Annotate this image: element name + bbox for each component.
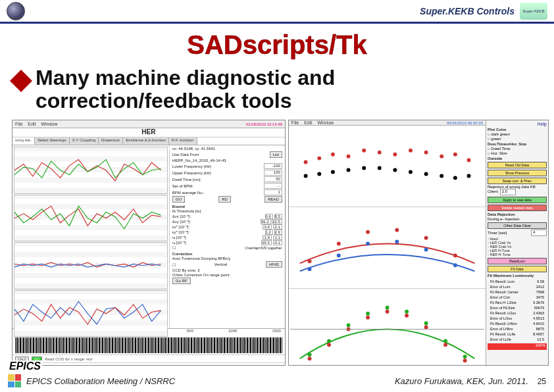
timestamp: 01/18/2010 10:13:48 xyxy=(246,122,282,126)
bullet-text: Many machine diagnostic and correction/f… xyxy=(36,66,541,112)
r1-a[interactable]: -1.9 xyxy=(263,235,272,240)
tab-xy[interactable]: X-Y Coupling xyxy=(70,137,99,145)
plot-color-title: Plot Color xyxy=(488,128,547,132)
color-opt-1[interactable]: green xyxy=(488,137,547,141)
other-clear-button[interactable]: Other Data Clear xyxy=(488,222,547,229)
readlum-button[interactable]: ReadLum xyxy=(488,258,547,264)
bpm-input[interactable]: ... xyxy=(264,183,282,189)
tab-nu[interactable]: νx/νy etc. xyxy=(13,137,35,145)
tab-rf[interactable]: R.F.-function xyxy=(169,137,197,145)
rd-button[interactable]: RD xyxy=(218,196,231,203)
control-panel: νx: 44.5198, νy: 41.5941 Use Data FromLi… xyxy=(169,145,285,328)
header-title: Super.KEKB Controls xyxy=(420,6,515,16)
fit-button[interactable]: Fit Data xyxy=(488,266,547,272)
go-button[interactable]: GO xyxy=(172,196,185,203)
swap-button[interactable]: Swap curr. & Prev. xyxy=(488,178,547,184)
svg-point-8 xyxy=(424,151,428,155)
svg-point-35 xyxy=(453,263,457,267)
nx-a[interactable]: 0.6 xyxy=(265,214,273,219)
svg-point-2 xyxy=(331,153,335,157)
plot-column xyxy=(13,145,169,328)
color-opt-0[interactable]: dark green xyxy=(488,132,547,136)
apply-button[interactable]: Apply to saw data xyxy=(488,197,547,203)
menubar-right: File Edit Window 05/24/2010 06:30:35 xyxy=(289,120,486,126)
outside-label: Outside xyxy=(488,157,547,160)
ey-b[interactable]: 2.9 xyxy=(274,230,282,235)
r1-label: r₁ [10⁻³]: xyxy=(172,235,187,239)
legend-item: HER H-Tune xyxy=(488,253,547,257)
plot-bot xyxy=(289,289,486,366)
plot-2 xyxy=(14,195,168,242)
uf-label: Upper Frequency [Hz]: xyxy=(172,171,212,175)
svg-point-25 xyxy=(337,242,341,246)
tab-emittance[interactable]: Emittance & β-function xyxy=(123,137,168,145)
rejection-input[interactable]: 2.0 xyxy=(500,189,516,195)
avg-input[interactable]: 1 xyxy=(264,189,282,195)
table-row: Error of HLSize50679 xyxy=(489,306,545,310)
dt-label: Dwell Time [ms]: xyxy=(172,178,201,182)
svg-point-28 xyxy=(424,236,428,240)
svg-point-23 xyxy=(466,174,470,178)
svg-point-44 xyxy=(463,355,467,358)
corr-cols: Auto Tunemove Dumping BFBx/y xyxy=(172,257,282,260)
ny-b[interactable]: 22.5 xyxy=(272,219,282,224)
svg-point-22 xyxy=(453,176,457,180)
help-link[interactable]: Help xyxy=(488,122,547,126)
tab-dispersion[interactable]: Dispersion xyxy=(99,137,123,145)
gorf-button[interactable]: Go RF xyxy=(172,278,191,284)
table-row: Error of LGso4.9513 xyxy=(489,316,545,320)
r4-a[interactable]: 65.5 xyxy=(261,240,272,245)
table-row: Error of LHbm8675 xyxy=(489,327,545,331)
ny-a[interactable]: 36.2 xyxy=(261,219,271,224)
table-row: Error of LLife12.5 xyxy=(489,337,545,341)
data-rej-sub: During e- Injection xyxy=(488,217,547,221)
vertical-check[interactable]: Vertical xyxy=(214,262,228,266)
hfits-button[interactable]: HFitS xyxy=(266,261,282,268)
avg-label: BPM average No.: xyxy=(172,191,205,195)
svg-point-11 xyxy=(466,159,470,162)
read-old-button[interactable]: Read Old Data xyxy=(488,162,547,168)
svg-point-5 xyxy=(378,151,382,155)
r4-b[interactable]: -0.1 xyxy=(273,240,282,245)
plot-3 xyxy=(14,242,168,289)
size-opt-1[interactable]: Hor. Size xyxy=(488,151,547,155)
plot-mid xyxy=(289,207,486,289)
lf-input[interactable]: -100 xyxy=(264,163,282,169)
tab-steerings[interactable]: Select Steerings xyxy=(35,137,70,145)
svg-point-50 xyxy=(405,314,409,318)
ex-b[interactable]: -2.1 xyxy=(273,224,282,230)
footer-left-text: EPICS Collaboration Meeting / NSRRC xyxy=(26,376,175,386)
nx-b[interactable]: 8.5 xyxy=(274,214,282,219)
menu-window[interactable]: Window xyxy=(41,122,57,126)
svg-point-19 xyxy=(409,170,413,174)
timer-label: Timer [sec] xyxy=(488,231,507,235)
list-button[interactable]: List xyxy=(270,151,282,158)
svg-point-39 xyxy=(366,312,370,316)
table-row: Fit Result: LGso2.4363 xyxy=(489,311,545,315)
xtick: 500 xyxy=(187,329,193,336)
svg-point-18 xyxy=(393,168,397,172)
r1-b[interactable]: -1.1 xyxy=(273,235,282,240)
table-row: Fit Result: LLife8.4957 xyxy=(489,332,545,336)
ex-a[interactable]: -3.9 xyxy=(263,224,272,230)
read-button[interactable]: READ xyxy=(264,196,282,203)
fit-title: Fit Maximum Luminosity xyxy=(488,274,547,278)
menu-edit[interactable]: Edit xyxy=(304,120,312,125)
bullet-row: Many machine diagnostic and correction/f… xyxy=(13,66,541,112)
menu-file[interactable]: File xyxy=(291,120,299,125)
svg-point-32 xyxy=(366,242,370,246)
timer-input[interactable]: 4 xyxy=(531,230,547,236)
show-prev-button[interactable]: Show Previous xyxy=(488,170,547,176)
uf-input[interactable]: 100 xyxy=(264,170,282,176)
menu-edit[interactable]: Edit xyxy=(28,122,36,126)
svg-point-24 xyxy=(307,259,311,263)
ey-a[interactable]: 1.2 xyxy=(265,230,273,235)
dt-input[interactable]: 50 xyxy=(264,176,282,182)
size-opt-0[interactable]: Dwell Time xyxy=(488,147,547,151)
menu-window[interactable]: Window xyxy=(317,120,334,125)
left-status-footer: skekbopdss.save=17-FF_53_31_SFBE_10-12-2… xyxy=(13,362,285,366)
overlap-check[interactable]: Overlap=0/0 together xyxy=(245,246,282,250)
menu-file[interactable]: File xyxy=(15,122,22,126)
svg-point-48 xyxy=(366,316,370,320)
delete-button[interactable]: Delete newest data xyxy=(488,205,547,211)
